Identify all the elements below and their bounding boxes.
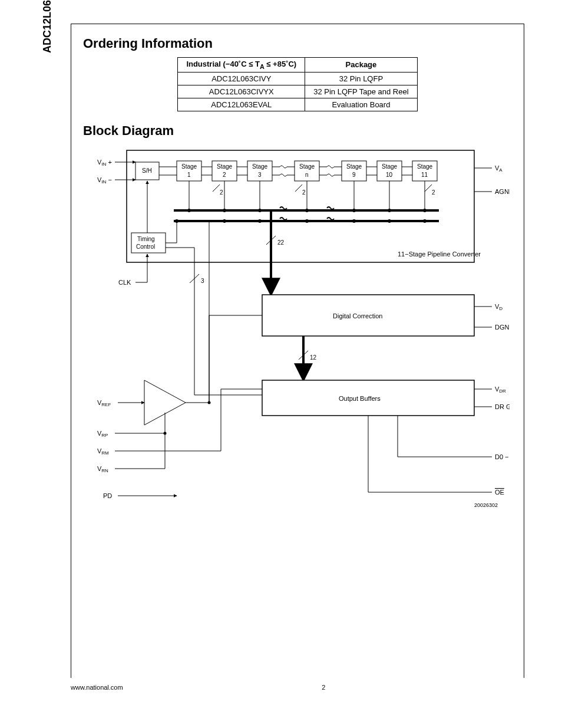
header-industrial: Industrial (−40˚C ≤ TA ≤ +85˚C) xyxy=(178,58,305,73)
svg-text:2: 2 xyxy=(302,189,306,196)
pin-pd: PD xyxy=(103,492,112,499)
pin-vref: VREF xyxy=(97,399,111,407)
cell-part: ADC12L063CIVYX xyxy=(178,85,305,98)
svg-line-54 xyxy=(425,185,432,192)
svg-point-106 xyxy=(208,401,211,404)
table-row: ADC12L063EVAL Evaluation Board xyxy=(178,98,417,111)
cell-pkg: 32 Pin LQFP Tape and Reel xyxy=(305,85,417,98)
pin-vrn: VRN xyxy=(97,465,108,473)
svg-text:n: n xyxy=(305,172,309,178)
stage-boxes: Stage1 Stage2 Stage3 Stagen Stage9 xyxy=(177,161,437,181)
svg-text:3: 3 xyxy=(258,172,262,178)
svg-text:22: 22 xyxy=(277,239,285,246)
svg-text:9: 9 xyxy=(352,172,356,178)
pin-oe: OE xyxy=(495,489,504,496)
svg-text:2: 2 xyxy=(220,189,223,196)
pin-vdr: VDR xyxy=(495,386,506,394)
svg-point-58 xyxy=(187,209,191,212)
ordering-table: Industrial (−40˚C ≤ TA ≤ +85˚C) Package … xyxy=(177,57,417,111)
table-header-row: Industrial (−40˚C ≤ TA ≤ +85˚C) Package xyxy=(178,58,417,73)
block-diagram: 11−Stage Pipeline Converter VIN + VIN − … xyxy=(85,144,510,516)
svg-text:Stage: Stage xyxy=(181,163,197,170)
svg-point-73 xyxy=(305,219,309,223)
svg-point-60 xyxy=(258,209,262,212)
svg-point-72 xyxy=(258,219,262,223)
svg-line-52 xyxy=(295,185,302,192)
svg-point-64 xyxy=(423,209,427,212)
cell-part: ADC12L063CIVY xyxy=(178,72,305,85)
svg-text:Stage: Stage xyxy=(252,163,268,170)
pin-vrm: VRM xyxy=(97,447,109,456)
svg-point-76 xyxy=(423,219,427,223)
pin-vd: VD xyxy=(495,303,503,311)
svg-text:Stage: Stage xyxy=(217,163,233,170)
block-diagram-heading: Block Diagram xyxy=(83,123,524,139)
svg-text:2: 2 xyxy=(223,172,226,178)
svg-point-71 xyxy=(223,219,226,223)
svg-text:Stage: Stage xyxy=(382,163,398,170)
timing-control-block: Timing xyxy=(137,236,155,242)
svg-text:Stage: Stage xyxy=(417,163,433,170)
pipeline-label: 11−Stage Pipeline Converter xyxy=(398,251,481,258)
part-number-sidebar: ADC12L063 xyxy=(41,0,54,53)
svg-point-61 xyxy=(305,209,309,212)
pin-vin-minus: VIN − xyxy=(97,176,112,185)
svg-point-70 xyxy=(175,219,178,223)
svg-point-62 xyxy=(352,209,356,212)
cell-part: ADC12L063EVAL xyxy=(178,98,305,111)
svg-text:12: 12 xyxy=(310,354,317,361)
digital-correction-block: Digital Correction xyxy=(333,312,382,319)
svg-text:1: 1 xyxy=(187,172,191,178)
figure-id: 20026302 xyxy=(474,502,498,508)
svg-text:3: 3 xyxy=(201,278,204,284)
svg-text:Stage: Stage xyxy=(299,163,315,170)
output-buffers-block: Output Buffers xyxy=(339,395,381,402)
pin-clk: CLK xyxy=(118,279,131,286)
pin-drgnd: DR GND xyxy=(495,403,510,410)
svg-point-75 xyxy=(388,219,391,223)
svg-text:Control: Control xyxy=(136,243,155,250)
pin-vrp: VRP xyxy=(97,430,108,438)
cell-pkg: 32 Pin LQFP xyxy=(305,72,417,85)
pin-va: VA xyxy=(495,164,503,173)
svg-text:2: 2 xyxy=(432,189,435,196)
svg-point-74 xyxy=(352,219,356,223)
svg-point-63 xyxy=(388,209,391,212)
svg-line-50 xyxy=(213,185,220,192)
pin-vin-plus: VIN + xyxy=(97,159,112,167)
cell-pkg: Evaluation Board xyxy=(305,98,417,111)
pin-agnd: AGND xyxy=(495,188,510,195)
table-row: ADC12L063CIVYX 32 Pin LQFP Tape and Reel xyxy=(178,85,417,98)
svg-text:Stage: Stage xyxy=(346,163,362,170)
footer-page-number: 2 xyxy=(71,684,524,691)
ordering-info-heading: Ordering Information xyxy=(83,36,524,51)
pin-dgnd: DGND xyxy=(495,324,510,331)
page-footer: www.national.com 2 xyxy=(71,684,524,691)
footer-url: www.national.com xyxy=(71,684,123,691)
svg-point-115 xyxy=(164,431,167,434)
table-row: ADC12L063CIVY 32 Pin LQFP xyxy=(178,72,417,85)
header-package: Package xyxy=(305,58,417,73)
pin-d0-d11: D0 − D11 xyxy=(495,453,510,460)
page-frame: Ordering Information Industrial (−40˚C ≤… xyxy=(71,24,524,678)
svg-text:10: 10 xyxy=(386,172,393,178)
svg-text:11: 11 xyxy=(421,172,428,178)
svg-point-59 xyxy=(223,209,226,212)
sh-block: S/H xyxy=(142,167,152,174)
